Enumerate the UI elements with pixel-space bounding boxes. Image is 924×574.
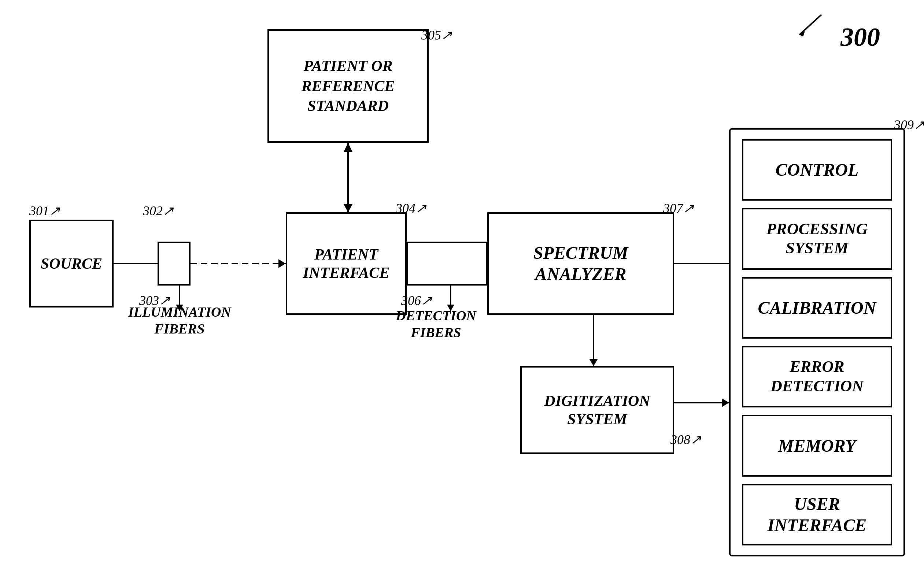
patient-interface-label: PATIENTINTERFACE bbox=[303, 245, 390, 282]
ref-308: 308↗ bbox=[671, 432, 701, 447]
svg-marker-4 bbox=[278, 259, 286, 268]
figure-number: 300 bbox=[840, 22, 880, 52]
ref-309: 309↗ bbox=[894, 117, 924, 132]
fig-number-arrow bbox=[792, 11, 829, 40]
error-detection-label: ERRORDETECTION bbox=[771, 357, 864, 396]
patient-reference-box: PATIENT ORREFERENCESTANDARD bbox=[267, 29, 429, 143]
ref-302: 302↗ bbox=[143, 203, 174, 219]
ref-303: 303↗ bbox=[139, 293, 170, 308]
processing-system-inner-box: PROCESSINGSYSTEM bbox=[742, 208, 892, 270]
control-label: CONTROL bbox=[775, 159, 859, 180]
ref-307: 307↗ bbox=[663, 200, 694, 216]
svg-line-0 bbox=[799, 15, 821, 35]
ref-306: 306↗ bbox=[401, 293, 432, 308]
svg-marker-10 bbox=[722, 398, 729, 407]
connector-block-1 bbox=[158, 241, 190, 285]
ref-304: 304↗ bbox=[396, 200, 426, 216]
user-interface-label: USERINTERFACE bbox=[767, 494, 867, 536]
detection-fibers-label: DETECTIONFIBERS bbox=[385, 308, 487, 341]
calibration-label: CALIBRATION bbox=[758, 297, 877, 319]
ref-305: 305↗ bbox=[421, 27, 452, 43]
error-detection-box: ERRORDETECTION bbox=[742, 346, 892, 407]
spectrum-analyzer-box: SPECTRUMANALYZER bbox=[487, 212, 674, 315]
svg-marker-16 bbox=[176, 304, 183, 311]
svg-marker-13 bbox=[344, 204, 353, 212]
processing-system-label: PROCESSINGSYSTEM bbox=[766, 220, 867, 259]
patient-interface-box: PATIENTINTERFACE bbox=[286, 212, 407, 315]
svg-marker-18 bbox=[447, 304, 454, 311]
digitization-system-box: DIGITIZATIONSYSTEM bbox=[520, 366, 674, 454]
connector-block-2 bbox=[407, 241, 487, 285]
digitization-system-label: DIGITIZATIONSYSTEM bbox=[544, 392, 650, 429]
control-box: CONTROL bbox=[742, 139, 892, 200]
patient-reference-label: PATIENT ORREFERENCESTANDARD bbox=[302, 56, 395, 116]
svg-marker-12 bbox=[344, 143, 353, 152]
memory-box: MEMORY bbox=[742, 415, 892, 476]
calibration-box: CALIBRATION bbox=[742, 277, 892, 339]
spectrum-analyzer-label: SPECTRUMANALYZER bbox=[533, 242, 628, 284]
user-interface-box: USERINTERFACE bbox=[742, 484, 892, 546]
detection-arrow bbox=[440, 285, 462, 315]
ref-301: 301↗ bbox=[29, 203, 60, 219]
illumination-arrow bbox=[169, 285, 190, 315]
memory-label: MEMORY bbox=[778, 435, 856, 456]
diagram: 300 SOURCE 301↗ bbox=[0, 0, 924, 574]
source-label: SOURCE bbox=[41, 254, 102, 273]
svg-marker-8 bbox=[589, 359, 598, 366]
source-box: SOURCE bbox=[29, 220, 114, 308]
